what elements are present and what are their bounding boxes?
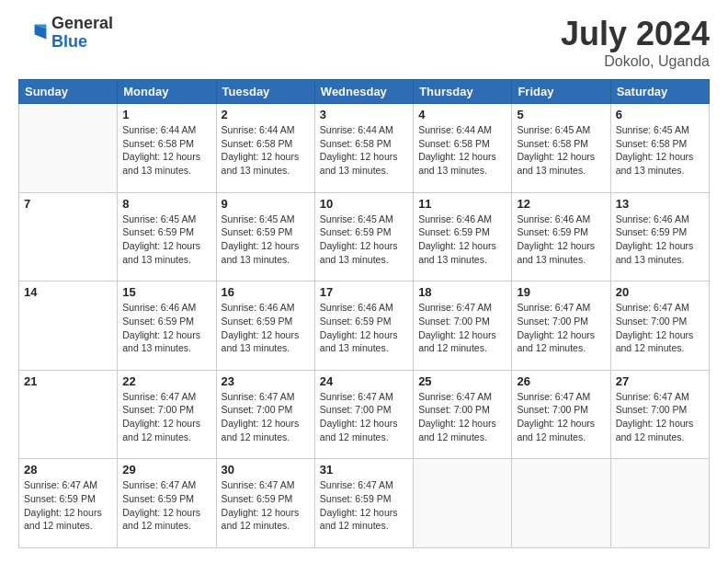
day-number: 1 <box>122 108 210 121</box>
day-info: Sunrise: 6:45 AMSunset: 6:59 PMDaylight:… <box>320 213 408 267</box>
calendar-header-row: SundayMondayTuesdayWednesdayThursdayFrid… <box>19 80 710 104</box>
calendar-week-1: 1Sunrise: 6:44 AMSunset: 6:58 PMDaylight… <box>19 104 710 193</box>
header: General Blue July 2024 Dokolo, Uganda <box>18 15 710 70</box>
day-info: Sunrise: 6:44 AMSunset: 6:58 PMDaylight:… <box>222 123 310 178</box>
calendar-week-5: 28Sunrise: 6:47 AMSunset: 6:59 PMDayligh… <box>19 459 710 548</box>
day-number: 9 <box>222 197 310 211</box>
day-info: Sunrise: 6:47 AMSunset: 7:00 PMDaylight:… <box>517 390 605 444</box>
calendar-cell: 29Sunrise: 6:47 AMSunset: 6:59 PMDayligh… <box>118 459 216 548</box>
day-info: Sunrise: 6:47 AMSunset: 7:00 PMDaylight:… <box>122 390 210 444</box>
calendar-header-monday: Monday <box>118 80 216 104</box>
day-info: Sunrise: 6:47 AMSunset: 7:00 PMDaylight:… <box>616 301 704 355</box>
calendar-cell: 17Sunrise: 6:46 AMSunset: 6:59 PMDayligh… <box>314 282 413 371</box>
calendar-header-sunday: Sunday <box>19 80 118 104</box>
calendar-cell: 12Sunrise: 6:46 AMSunset: 6:59 PMDayligh… <box>512 192 610 282</box>
day-info: Sunrise: 6:46 AMSunset: 6:59 PMDaylight:… <box>418 213 506 267</box>
day-info: Sunrise: 6:46 AMSunset: 6:59 PMDaylight:… <box>320 301 408 355</box>
day-info: Sunrise: 6:47 AMSunset: 6:59 PMDaylight:… <box>24 478 112 533</box>
day-number: 17 <box>320 285 408 299</box>
calendar-cell: 7 <box>19 192 118 282</box>
calendar-cell: 5Sunrise: 6:45 AMSunset: 6:58 PMDaylight… <box>512 104 610 193</box>
calendar-cell: 21 <box>19 370 118 459</box>
day-info: Sunrise: 6:45 AMSunset: 6:58 PMDaylight:… <box>616 123 704 178</box>
calendar-week-3: 1415Sunrise: 6:46 AMSunset: 6:59 PMDayli… <box>19 282 710 371</box>
day-info: Sunrise: 6:47 AMSunset: 7:00 PMDaylight:… <box>222 390 310 444</box>
day-number: 15 <box>122 285 210 299</box>
calendar-header-friday: Friday <box>512 80 610 104</box>
day-number: 25 <box>418 374 506 388</box>
day-number: 14 <box>24 285 112 299</box>
day-number: 21 <box>24 374 112 388</box>
day-number: 11 <box>418 197 506 211</box>
day-info: Sunrise: 6:47 AMSunset: 7:00 PMDaylight:… <box>418 301 506 355</box>
calendar-cell: 8Sunrise: 6:45 AMSunset: 6:59 PMDaylight… <box>118 192 216 282</box>
day-info: Sunrise: 6:47 AMSunset: 6:59 PMDaylight:… <box>122 478 210 533</box>
day-number: 26 <box>517 374 605 388</box>
day-info: Sunrise: 6:47 AMSunset: 7:00 PMDaylight:… <box>320 390 408 444</box>
day-number: 10 <box>320 197 408 211</box>
day-info: Sunrise: 6:44 AMSunset: 6:58 PMDaylight:… <box>418 123 506 178</box>
calendar-week-4: 2122Sunrise: 6:47 AMSunset: 7:00 PMDayli… <box>19 370 710 459</box>
calendar-cell: 23Sunrise: 6:47 AMSunset: 7:00 PMDayligh… <box>216 370 314 459</box>
calendar-cell: 24Sunrise: 6:47 AMSunset: 7:00 PMDayligh… <box>314 370 413 459</box>
logo-blue: Blue <box>51 33 113 52</box>
day-number: 6 <box>616 108 704 121</box>
calendar-header-thursday: Thursday <box>414 80 512 104</box>
calendar-cell: 28Sunrise: 6:47 AMSunset: 6:59 PMDayligh… <box>19 459 118 548</box>
day-info: Sunrise: 6:45 AMSunset: 6:59 PMDaylight:… <box>222 213 310 267</box>
location: Dokolo, Uganda <box>561 53 710 70</box>
calendar-cell: 18Sunrise: 6:47 AMSunset: 7:00 PMDayligh… <box>414 282 512 371</box>
day-number: 24 <box>320 374 408 388</box>
day-number: 23 <box>222 374 310 388</box>
calendar-cell: 4Sunrise: 6:44 AMSunset: 6:58 PMDaylight… <box>414 104 512 193</box>
calendar-cell: 11Sunrise: 6:46 AMSunset: 6:59 PMDayligh… <box>414 192 512 282</box>
day-number: 2 <box>222 108 310 121</box>
day-info: Sunrise: 6:46 AMSunset: 6:59 PMDaylight:… <box>122 301 210 355</box>
day-number: 12 <box>517 197 605 211</box>
day-info: Sunrise: 6:47 AMSunset: 7:00 PMDaylight:… <box>418 390 506 444</box>
calendar-week-2: 78Sunrise: 6:45 AMSunset: 6:59 PMDayligh… <box>19 192 710 282</box>
logo: General Blue <box>18 15 113 52</box>
day-info: Sunrise: 6:45 AMSunset: 6:58 PMDaylight:… <box>517 123 605 178</box>
calendar-cell: 13Sunrise: 6:46 AMSunset: 6:59 PMDayligh… <box>610 192 709 282</box>
calendar-cell: 6Sunrise: 6:45 AMSunset: 6:58 PMDaylight… <box>610 104 709 193</box>
day-number: 30 <box>222 463 310 477</box>
day-info: Sunrise: 6:44 AMSunset: 6:58 PMDaylight:… <box>320 123 408 178</box>
calendar-cell: 22Sunrise: 6:47 AMSunset: 7:00 PMDayligh… <box>118 370 216 459</box>
day-info: Sunrise: 6:46 AMSunset: 6:59 PMDaylight:… <box>517 213 605 267</box>
calendar-cell: 9Sunrise: 6:45 AMSunset: 6:59 PMDaylight… <box>216 192 314 282</box>
day-number: 20 <box>616 285 704 299</box>
day-number: 28 <box>24 463 112 477</box>
calendar-header-tuesday: Tuesday <box>216 80 314 104</box>
calendar-cell: 3Sunrise: 6:44 AMSunset: 6:58 PMDaylight… <box>314 104 413 193</box>
day-number: 29 <box>122 463 210 477</box>
logo-icon <box>18 18 48 48</box>
day-info: Sunrise: 6:44 AMSunset: 6:58 PMDaylight:… <box>122 123 210 178</box>
calendar-header-saturday: Saturday <box>610 80 709 104</box>
logo-general: General <box>51 15 113 33</box>
day-number: 27 <box>616 374 704 388</box>
day-info: Sunrise: 6:46 AMSunset: 6:59 PMDaylight:… <box>616 213 704 267</box>
calendar: SundayMondayTuesdayWednesdayThursdayFrid… <box>18 79 710 548</box>
title-section: July 2024 Dokolo, Uganda <box>561 15 710 70</box>
day-number: 5 <box>517 108 605 121</box>
day-info: Sunrise: 6:47 AMSunset: 7:00 PMDaylight:… <box>616 390 704 444</box>
day-info: Sunrise: 6:47 AMSunset: 7:00 PMDaylight:… <box>517 301 605 355</box>
calendar-cell <box>414 459 512 548</box>
day-number: 18 <box>418 285 506 299</box>
calendar-cell <box>19 104 118 193</box>
calendar-cell: 27Sunrise: 6:47 AMSunset: 7:00 PMDayligh… <box>610 370 709 459</box>
day-number: 19 <box>517 285 605 299</box>
calendar-cell: 30Sunrise: 6:47 AMSunset: 6:59 PMDayligh… <box>216 459 314 548</box>
day-number: 8 <box>122 197 210 211</box>
calendar-cell: 1Sunrise: 6:44 AMSunset: 6:58 PMDaylight… <box>118 104 216 193</box>
day-number: 7 <box>24 197 112 211</box>
month-year: July 2024 <box>561 15 710 53</box>
calendar-header-wednesday: Wednesday <box>314 80 413 104</box>
calendar-cell: 15Sunrise: 6:46 AMSunset: 6:59 PMDayligh… <box>118 282 216 371</box>
day-number: 13 <box>616 197 704 211</box>
calendar-cell: 26Sunrise: 6:47 AMSunset: 7:00 PMDayligh… <box>512 370 610 459</box>
page: General Blue July 2024 Dokolo, Uganda Su… <box>0 0 728 563</box>
logo-text: General Blue <box>51 15 113 52</box>
day-number: 3 <box>320 108 408 121</box>
